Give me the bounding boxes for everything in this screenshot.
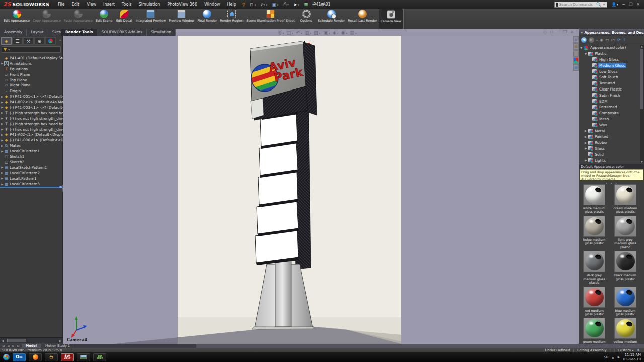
tree-item[interactable]: ▶ P41-A02<1> (Default<Display State- <box>0 132 63 137</box>
tab-propertymanager[interactable]: ☰ <box>12 37 23 45</box>
solidworks-resources-icon[interactable]: ⌂ <box>573 36 579 43</box>
appearance-tree-item[interactable]: EDM <box>579 98 640 104</box>
command-button[interactable]: Final Render <box>196 9 218 29</box>
taskpane-scrollbar[interactable]: ▲ ▼ <box>640 45 644 163</box>
options-gear-icon[interactable]: ⚙▾ <box>318 2 329 7</box>
taskbar-photos[interactable] <box>77 353 90 361</box>
tree-item[interactable]: ▶ (-) high strength hex head bolt_din< <box>0 121 63 127</box>
menu-item[interactable]: File <box>54 1 68 8</box>
print-icon[interactable]: ⎙▾ <box>281 2 291 7</box>
appearance-tree-item[interactable]: ▶ Glass <box>579 146 640 152</box>
expand-arrow-icon[interactable]: ▶ <box>0 144 4 147</box>
tree-item[interactable]: Equations <box>0 66 63 72</box>
command-button[interactable]: Recall Last Render <box>346 9 378 29</box>
appearance-tree-item[interactable]: ▶ Lights <box>579 157 640 163</box>
menu-item[interactable]: Insert <box>100 1 118 8</box>
tree-item[interactable]: ▶ (-) P41-003<1> ->? (Default<As Mac <box>0 105 63 110</box>
swatch-tile[interactable] <box>583 251 605 272</box>
taskbar-firefox[interactable] <box>29 353 42 361</box>
doc-restore-icon[interactable]: ⊡ <box>543 30 547 34</box>
restore-button[interactable]: ❐ <box>629 2 632 7</box>
language-indicator[interactable]: SR <box>604 355 608 359</box>
appearance-tree-item[interactable]: Composite <box>579 110 640 116</box>
search-dropdown-icon[interactable]: ▾ <box>603 3 606 7</box>
taskpane-toggle-icon[interactable]: ❖ <box>637 348 640 352</box>
tree-root-item[interactable]: P41-A01 (Default<Display State-1>) <box>0 55 63 61</box>
custom-properties-icon[interactable]: ▦ <box>573 64 579 71</box>
doc-tile-icon[interactable]: ⊟ <box>550 30 554 34</box>
appearance-tree-item[interactable]: ▼ Plastic <box>579 51 640 57</box>
tab-displaymanager[interactable] <box>45 37 56 45</box>
forward-icon[interactable]: ▶ <box>589 37 594 43</box>
prev-tab-icon[interactable]: ◀ <box>6 344 11 347</box>
swatch-tile[interactable] <box>614 184 636 205</box>
expand-arrow-icon[interactable]: ▶ <box>0 111 4 114</box>
open-icon[interactable]: 🗁▾ <box>259 2 270 7</box>
hud-icon[interactable]: ◈ ▾ <box>333 30 339 35</box>
expand-arrow-icon[interactable]: ▼ <box>584 52 588 55</box>
appearance-tree-item[interactable]: Clear Plastic <box>579 86 640 93</box>
rebuild-icon[interactable]: 𝌆 <box>302 2 310 7</box>
expand-arrow-icon[interactable]: ▶ <box>584 129 588 132</box>
commandmanager-tab[interactable]: Assembly <box>0 29 27 36</box>
tree-item[interactable]: Sketch2 <box>0 159 63 165</box>
swatch-tile[interactable] <box>583 216 605 237</box>
tree-item[interactable]: Front Plane <box>0 72 63 77</box>
taskbar-solidworks[interactable]: SW2019 <box>61 353 74 361</box>
doc-minimize-icon[interactable]: ─ <box>557 30 559 34</box>
expand-arrow-icon[interactable]: ▶ <box>584 147 588 150</box>
expand-arrow-icon[interactable]: ▶ <box>584 159 588 162</box>
taskbar-file-explorer[interactable]: 🗀 <box>45 353 58 361</box>
appearance-tree-item[interactable]: Low Gloss <box>579 68 640 74</box>
search-input[interactable] <box>559 3 595 7</box>
hud-icon[interactable]: ◉ ▾ <box>341 30 348 35</box>
tree-item[interactable]: ▶ (-) hex nut high strength_din<268> ( <box>0 116 63 121</box>
login-icon[interactable]: 👤▾ <box>611 2 618 7</box>
appearance-tree-item[interactable]: ▶ Metal <box>579 128 640 134</box>
expand-arrow-icon[interactable]: ▶ <box>0 122 4 125</box>
pin-icon[interactable]: ⚲ <box>240 2 248 7</box>
menu-item[interactable]: PhotoView 360 <box>164 1 201 8</box>
command-button[interactable]: Scene Illumination Proof Sheet <box>245 9 296 29</box>
command-button[interactable]: Edit Decal <box>114 9 134 29</box>
tree-item[interactable]: Sketch1 <box>0 154 63 159</box>
swatch-tile[interactable] <box>614 216 636 237</box>
hud-icon[interactable]: ◱ ▾ <box>287 30 293 35</box>
appearance-swatch[interactable]: dark grey medium gloss plastic <box>581 251 607 284</box>
menu-item[interactable]: View <box>83 1 100 8</box>
hud-icon[interactable]: ▣ ▾ <box>324 30 330 35</box>
start-button[interactable] <box>3 354 10 360</box>
tab-dimxpertmanager[interactable]: ⊕ <box>34 37 45 45</box>
units-selector[interactable]: Custom ▴ <box>618 348 634 352</box>
command-button[interactable]: Paste Appearance <box>62 9 94 29</box>
commandmanager-tab[interactable]: Render Tools <box>61 29 97 36</box>
swatch-tile[interactable] <box>614 318 636 339</box>
tree-item[interactable]: ▶ LocalCirPattern2 <box>0 170 63 176</box>
expand-arrow-icon[interactable]: ▶ <box>0 139 4 142</box>
taskbar-outlook[interactable]: O✉ <box>13 353 26 361</box>
expand-arrow-icon[interactable]: ▶ <box>0 166 4 169</box>
search-commands-box[interactable]: 🔍 ▾ <box>554 2 607 8</box>
appearance-tree-item[interactable]: ▶ Painted <box>579 134 640 140</box>
appearance-swatch[interactable]: beige medium gloss plastic <box>581 216 607 249</box>
menu-item[interactable]: Simulation <box>135 1 164 8</box>
appearance-tree-item[interactable]: ▼ Appearances(color) <box>579 45 640 51</box>
expand-arrow-icon[interactable]: ▶ <box>0 171 4 174</box>
menu-item[interactable]: Tools <box>118 1 135 8</box>
hud-icon[interactable]: ▤ ▾ <box>350 30 357 35</box>
expand-arrow-icon[interactable]: ▶ <box>0 62 4 65</box>
up-one-level-icon[interactable]: ⇧ <box>623 38 626 42</box>
command-button[interactable]: Schedule Render <box>316 9 346 29</box>
last-tab-icon[interactable]: ▶| <box>16 344 22 347</box>
hud-icon[interactable]: ▧ ▾ <box>314 30 320 35</box>
next-tab-icon[interactable]: ▶ <box>11 344 16 347</box>
doc-maximize-icon[interactable]: ❐ <box>563 30 567 34</box>
appearance-swatch[interactable]: white medium gloss plastic <box>581 184 607 214</box>
expand-arrow-icon[interactable]: ▶ <box>0 106 4 109</box>
file-explorer-icon[interactable]: 🗀 <box>573 50 579 57</box>
appearance-swatch[interactable]: green medium gloss plastic <box>581 318 607 347</box>
appearance-swatch[interactable]: light grey medium gloss plastic <box>612 216 638 249</box>
expand-arrow-icon[interactable]: ▶ <box>0 128 4 131</box>
back-icon[interactable]: ◀ <box>581 37 587 43</box>
tab-featuremanager-tree[interactable]: ◈ <box>1 37 12 45</box>
